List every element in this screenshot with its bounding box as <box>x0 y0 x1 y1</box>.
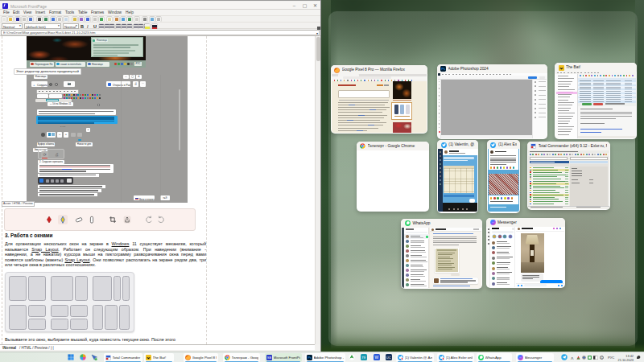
svg-text:Ps: Ps <box>441 67 446 71</box>
svg-text:UC: UC <box>386 356 391 360</box>
svg-text:0: 0 <box>601 356 602 360</box>
svg-text:79: 79 <box>361 356 365 360</box>
svg-text:W: W <box>374 355 378 360</box>
svg-text:SB: SB <box>267 356 272 360</box>
svg-text:Ps: Ps <box>308 356 312 360</box>
